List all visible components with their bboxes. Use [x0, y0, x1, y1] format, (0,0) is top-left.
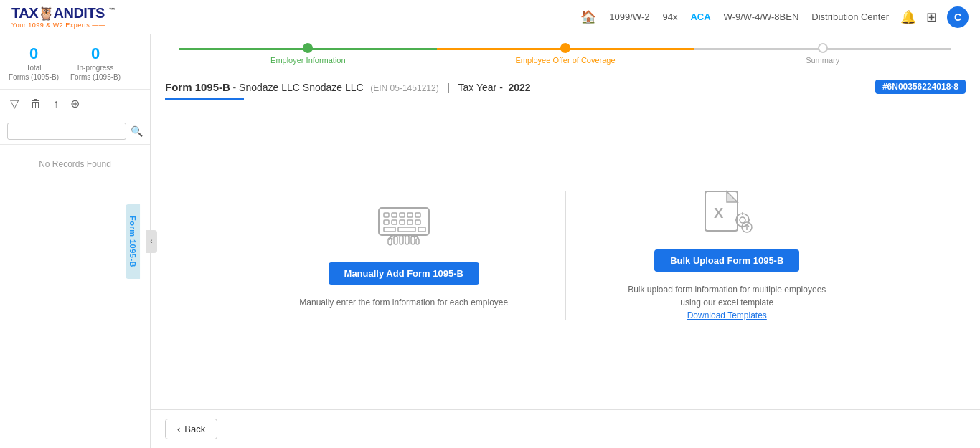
svg-rect-8: [400, 220, 405, 224]
svg-rect-11: [384, 227, 395, 232]
back-arrow-icon: ‹: [177, 424, 180, 434]
stat-total: 0 TotalForms (1095-B): [9, 46, 59, 82]
manual-option-card: Manually Add Form 1095-B Manually enter …: [242, 179, 565, 330]
delete-icon[interactable]: 🗑: [27, 96, 44, 112]
sidebar-collapse-button[interactable]: ‹: [146, 230, 157, 253]
svg-rect-13: [418, 227, 425, 232]
svg-rect-7: [392, 220, 397, 224]
progress-bar: Employer Information Employee Offer of C…: [151, 34, 980, 72]
nav-w9[interactable]: W-9/W-4/W-8BEN: [724, 11, 799, 22]
step-summary: Summary: [694, 43, 951, 65]
logo-text: TAX🦉ANDITS ™: [11, 5, 115, 21]
step-dot-employee: [560, 43, 570, 53]
step-dot-summary: [818, 43, 828, 53]
bell-icon[interactable]: 🔔: [900, 9, 916, 25]
form-title: Form 1095-B: [165, 81, 230, 93]
nav-1099w2[interactable]: 1099/W-2: [609, 11, 649, 22]
main-layout: 0 TotalForms (1095-B) 0 In-progressForms…: [0, 34, 980, 448]
logo: TAX🦉ANDITS ™ Your 1099 & W2 Experts ——: [11, 5, 115, 29]
home-icon[interactable]: 🏠: [580, 9, 596, 25]
avatar[interactable]: C: [947, 6, 969, 28]
search-button[interactable]: 🔍: [131, 125, 143, 137]
sidebar: 0 TotalForms (1095-B) 0 In-progressForms…: [0, 34, 151, 448]
form-footer: ‹ Back: [151, 409, 980, 448]
svg-rect-10: [415, 220, 420, 224]
bulk-option-card: X: [566, 166, 889, 343]
svg-point-23: [740, 217, 745, 223]
form-pipe: |: [447, 82, 450, 93]
step-label-employee: Employee Offer of Coverage: [515, 56, 615, 65]
svg-rect-4: [407, 213, 413, 217]
excel-icon: X: [698, 188, 755, 238]
download-templates-link[interactable]: Download Templates: [687, 310, 767, 320]
step-employer: Employer Information: [179, 43, 437, 65]
form-badge-id: #6N00356224018-8: [875, 80, 966, 94]
back-button[interactable]: ‹ Back: [165, 419, 217, 439]
header: TAX🦉ANDITS ™ Your 1099 & W2 Experts —— 🏠…: [0, 0, 980, 34]
sidebar-search: 🔍: [0, 118, 150, 145]
step-employee: Employee Offer of Coverage: [437, 43, 694, 65]
svg-rect-2: [392, 213, 397, 217]
sidebar-toolbar: ▽ 🗑 ↑ ⊕: [0, 90, 150, 118]
sidebar-vertical-tab: Form 1095-B: [126, 204, 140, 278]
form-header-section: Form 1095-B - Snodaze LLC Snodaze LLC (E…: [151, 72, 980, 100]
step-label-summary: Summary: [806, 56, 839, 65]
search-input[interactable]: [7, 123, 126, 140]
sidebar-stats: 0 TotalForms (1095-B) 0 In-progressForms…: [0, 34, 150, 90]
filter-icon[interactable]: ▽: [7, 95, 22, 112]
dash-separator: -: [233, 82, 240, 93]
svg-rect-1: [384, 213, 389, 217]
svg-rect-15: [394, 236, 397, 244]
keyboard-icon: [375, 201, 433, 251]
svg-rect-12: [398, 227, 415, 232]
svg-rect-9: [407, 220, 413, 224]
logo-sub: Your 1099 & W2 Experts ——: [11, 22, 115, 29]
step-label-employer: Employer Information: [270, 56, 346, 65]
bulk-description: Bulk upload form information for multipl…: [628, 283, 826, 322]
svg-text:X: X: [714, 205, 724, 221]
stat-total-count: 0: [9, 46, 59, 62]
grid-icon[interactable]: ⊞: [926, 9, 937, 25]
steps-container: Employer Information Employee Offer of C…: [179, 43, 951, 65]
form-ein: (EIN 05-1451212): [370, 83, 438, 93]
bulk-upload-button[interactable]: Bulk Upload Form 1095-B: [654, 249, 799, 272]
main-content: Manually Add Form 1095-B Manually enter …: [151, 100, 980, 409]
nav-aca[interactable]: ACA: [690, 11, 710, 22]
header-icons: 🔔 ⊞ C: [900, 6, 969, 28]
nav-94x[interactable]: 94x: [662, 11, 677, 22]
form-tax-year: 2022: [508, 82, 530, 93]
export-icon[interactable]: ↑: [50, 96, 62, 112]
content-area: Employer Information Employee Offer of C…: [151, 34, 980, 448]
excel-svg: X: [698, 188, 755, 238]
keyboard-svg: [375, 201, 433, 251]
step-dot-employer: [303, 43, 313, 53]
progress-steps: Employer Information Employee Offer of C…: [151, 43, 980, 72]
manual-description: Manually enter the form information for …: [299, 296, 508, 309]
manually-add-button[interactable]: Manually Add Form 1095-B: [329, 262, 479, 285]
stat-inprogress-label: In-progressForms (1095-B): [70, 63, 121, 82]
svg-rect-6: [384, 220, 389, 224]
stat-total-label: TotalForms (1095-B): [9, 63, 59, 82]
no-records-text: No Records Found: [0, 145, 150, 184]
svg-rect-3: [400, 213, 405, 217]
form-tax-year-label: Tax Year -: [458, 82, 503, 93]
back-label: Back: [184, 424, 205, 434]
svg-rect-5: [415, 213, 420, 217]
form-company: Snodaze LLC Snodaze LLC: [239, 82, 364, 93]
add-icon[interactable]: ⊕: [67, 95, 83, 112]
stat-inprogress-count: 0: [70, 46, 121, 62]
stat-inprogress: 0 In-progressForms (1095-B): [70, 46, 121, 82]
form-title-group: Form 1095-B - Snodaze LLC Snodaze LLC (E…: [165, 81, 531, 93]
form-title-row: Form 1095-B - Snodaze LLC Snodaze LLC (E…: [165, 80, 966, 98]
header-nav: 🏠 1099/W-2 94x ACA W-9/W-4/W-8BEN Distri…: [580, 9, 889, 25]
options-container: Manually Add Form 1095-B Manually enter …: [242, 166, 888, 343]
nav-distribution[interactable]: Distribution Center: [811, 11, 889, 22]
